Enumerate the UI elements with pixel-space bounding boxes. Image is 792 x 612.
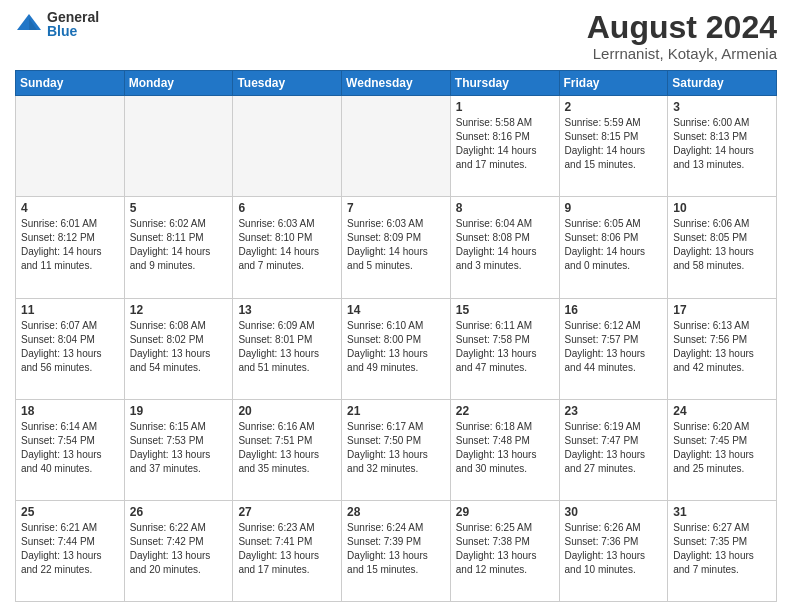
main-title: August 2024 xyxy=(587,10,777,45)
day-number: 8 xyxy=(456,201,554,215)
calendar-cell: 24Sunrise: 6:20 AM Sunset: 7:45 PM Dayli… xyxy=(668,399,777,500)
day-info: Sunrise: 6:20 AM Sunset: 7:45 PM Dayligh… xyxy=(673,420,771,476)
day-number: 10 xyxy=(673,201,771,215)
calendar-cell: 5Sunrise: 6:02 AM Sunset: 8:11 PM Daylig… xyxy=(124,197,233,298)
day-number: 17 xyxy=(673,303,771,317)
calendar-cell: 31Sunrise: 6:27 AM Sunset: 7:35 PM Dayli… xyxy=(668,500,777,601)
day-info: Sunrise: 6:16 AM Sunset: 7:51 PM Dayligh… xyxy=(238,420,336,476)
calendar-cell xyxy=(16,96,125,197)
day-of-week-header: Wednesday xyxy=(342,71,451,96)
day-info: Sunrise: 5:58 AM Sunset: 8:16 PM Dayligh… xyxy=(456,116,554,172)
day-number: 16 xyxy=(565,303,663,317)
logo-general-text: General xyxy=(47,10,99,24)
day-number: 13 xyxy=(238,303,336,317)
day-info: Sunrise: 6:09 AM Sunset: 8:01 PM Dayligh… xyxy=(238,319,336,375)
calendar-cell: 17Sunrise: 6:13 AM Sunset: 7:56 PM Dayli… xyxy=(668,298,777,399)
day-info: Sunrise: 6:21 AM Sunset: 7:44 PM Dayligh… xyxy=(21,521,119,577)
day-of-week-header: Saturday xyxy=(668,71,777,96)
day-number: 24 xyxy=(673,404,771,418)
calendar-cell: 20Sunrise: 6:16 AM Sunset: 7:51 PM Dayli… xyxy=(233,399,342,500)
day-number: 28 xyxy=(347,505,445,519)
day-number: 11 xyxy=(21,303,119,317)
day-info: Sunrise: 6:18 AM Sunset: 7:48 PM Dayligh… xyxy=(456,420,554,476)
day-info: Sunrise: 6:10 AM Sunset: 8:00 PM Dayligh… xyxy=(347,319,445,375)
day-number: 23 xyxy=(565,404,663,418)
calendar-cell: 27Sunrise: 6:23 AM Sunset: 7:41 PM Dayli… xyxy=(233,500,342,601)
subtitle: Lerrnanist, Kotayk, Armenia xyxy=(587,45,777,62)
calendar-cell: 23Sunrise: 6:19 AM Sunset: 7:47 PM Dayli… xyxy=(559,399,668,500)
day-info: Sunrise: 6:02 AM Sunset: 8:11 PM Dayligh… xyxy=(130,217,228,273)
calendar-cell: 6Sunrise: 6:03 AM Sunset: 8:10 PM Daylig… xyxy=(233,197,342,298)
day-info: Sunrise: 6:17 AM Sunset: 7:50 PM Dayligh… xyxy=(347,420,445,476)
calendar-cell: 2Sunrise: 5:59 AM Sunset: 8:15 PM Daylig… xyxy=(559,96,668,197)
calendar-cell: 10Sunrise: 6:06 AM Sunset: 8:05 PM Dayli… xyxy=(668,197,777,298)
page: General Blue August 2024 Lerrnanist, Kot… xyxy=(0,0,792,612)
calendar-cell xyxy=(233,96,342,197)
day-number: 5 xyxy=(130,201,228,215)
day-number: 31 xyxy=(673,505,771,519)
calendar-cell: 22Sunrise: 6:18 AM Sunset: 7:48 PM Dayli… xyxy=(450,399,559,500)
header: General Blue August 2024 Lerrnanist, Kot… xyxy=(15,10,777,62)
calendar-cell: 16Sunrise: 6:12 AM Sunset: 7:57 PM Dayli… xyxy=(559,298,668,399)
calendar-cell: 11Sunrise: 6:07 AM Sunset: 8:04 PM Dayli… xyxy=(16,298,125,399)
calendar-cell: 7Sunrise: 6:03 AM Sunset: 8:09 PM Daylig… xyxy=(342,197,451,298)
calendar-cell: 21Sunrise: 6:17 AM Sunset: 7:50 PM Dayli… xyxy=(342,399,451,500)
day-number: 22 xyxy=(456,404,554,418)
day-number: 30 xyxy=(565,505,663,519)
day-number: 27 xyxy=(238,505,336,519)
day-number: 21 xyxy=(347,404,445,418)
calendar-cell: 29Sunrise: 6:25 AM Sunset: 7:38 PM Dayli… xyxy=(450,500,559,601)
calendar-cell: 9Sunrise: 6:05 AM Sunset: 8:06 PM Daylig… xyxy=(559,197,668,298)
calendar-cell: 14Sunrise: 6:10 AM Sunset: 8:00 PM Dayli… xyxy=(342,298,451,399)
day-info: Sunrise: 6:15 AM Sunset: 7:53 PM Dayligh… xyxy=(130,420,228,476)
calendar-cell xyxy=(342,96,451,197)
day-info: Sunrise: 6:24 AM Sunset: 7:39 PM Dayligh… xyxy=(347,521,445,577)
calendar-header: SundayMondayTuesdayWednesdayThursdayFrid… xyxy=(16,71,777,96)
day-info: Sunrise: 6:03 AM Sunset: 8:09 PM Dayligh… xyxy=(347,217,445,273)
day-info: Sunrise: 6:11 AM Sunset: 7:58 PM Dayligh… xyxy=(456,319,554,375)
day-number: 7 xyxy=(347,201,445,215)
day-of-week-header: Sunday xyxy=(16,71,125,96)
calendar-week-row: 1Sunrise: 5:58 AM Sunset: 8:16 PM Daylig… xyxy=(16,96,777,197)
header-row: SundayMondayTuesdayWednesdayThursdayFrid… xyxy=(16,71,777,96)
day-number: 26 xyxy=(130,505,228,519)
day-info: Sunrise: 6:23 AM Sunset: 7:41 PM Dayligh… xyxy=(238,521,336,577)
day-info: Sunrise: 6:27 AM Sunset: 7:35 PM Dayligh… xyxy=(673,521,771,577)
day-number: 14 xyxy=(347,303,445,317)
calendar-week-row: 4Sunrise: 6:01 AM Sunset: 8:12 PM Daylig… xyxy=(16,197,777,298)
day-number: 12 xyxy=(130,303,228,317)
title-block: August 2024 Lerrnanist, Kotayk, Armenia xyxy=(587,10,777,62)
day-info: Sunrise: 6:14 AM Sunset: 7:54 PM Dayligh… xyxy=(21,420,119,476)
day-info: Sunrise: 6:12 AM Sunset: 7:57 PM Dayligh… xyxy=(565,319,663,375)
logo: General Blue xyxy=(15,10,99,38)
day-number: 4 xyxy=(21,201,119,215)
day-number: 25 xyxy=(21,505,119,519)
calendar-cell: 30Sunrise: 6:26 AM Sunset: 7:36 PM Dayli… xyxy=(559,500,668,601)
day-of-week-header: Friday xyxy=(559,71,668,96)
calendar-week-row: 25Sunrise: 6:21 AM Sunset: 7:44 PM Dayli… xyxy=(16,500,777,601)
day-number: 20 xyxy=(238,404,336,418)
day-info: Sunrise: 6:13 AM Sunset: 7:56 PM Dayligh… xyxy=(673,319,771,375)
calendar-body: 1Sunrise: 5:58 AM Sunset: 8:16 PM Daylig… xyxy=(16,96,777,602)
day-info: Sunrise: 6:22 AM Sunset: 7:42 PM Dayligh… xyxy=(130,521,228,577)
calendar-cell: 25Sunrise: 6:21 AM Sunset: 7:44 PM Dayli… xyxy=(16,500,125,601)
day-info: Sunrise: 6:19 AM Sunset: 7:47 PM Dayligh… xyxy=(565,420,663,476)
calendar-week-row: 11Sunrise: 6:07 AM Sunset: 8:04 PM Dayli… xyxy=(16,298,777,399)
calendar-cell xyxy=(124,96,233,197)
day-number: 2 xyxy=(565,100,663,114)
day-info: Sunrise: 6:08 AM Sunset: 8:02 PM Dayligh… xyxy=(130,319,228,375)
calendar-cell: 18Sunrise: 6:14 AM Sunset: 7:54 PM Dayli… xyxy=(16,399,125,500)
calendar-cell: 3Sunrise: 6:00 AM Sunset: 8:13 PM Daylig… xyxy=(668,96,777,197)
day-of-week-header: Monday xyxy=(124,71,233,96)
day-number: 15 xyxy=(456,303,554,317)
calendar-cell: 28Sunrise: 6:24 AM Sunset: 7:39 PM Dayli… xyxy=(342,500,451,601)
calendar-cell: 12Sunrise: 6:08 AM Sunset: 8:02 PM Dayli… xyxy=(124,298,233,399)
day-info: Sunrise: 5:59 AM Sunset: 8:15 PM Dayligh… xyxy=(565,116,663,172)
day-info: Sunrise: 6:25 AM Sunset: 7:38 PM Dayligh… xyxy=(456,521,554,577)
day-info: Sunrise: 6:01 AM Sunset: 8:12 PM Dayligh… xyxy=(21,217,119,273)
day-info: Sunrise: 6:03 AM Sunset: 8:10 PM Dayligh… xyxy=(238,217,336,273)
day-info: Sunrise: 6:06 AM Sunset: 8:05 PM Dayligh… xyxy=(673,217,771,273)
calendar-week-row: 18Sunrise: 6:14 AM Sunset: 7:54 PM Dayli… xyxy=(16,399,777,500)
day-number: 29 xyxy=(456,505,554,519)
calendar-cell: 19Sunrise: 6:15 AM Sunset: 7:53 PM Dayli… xyxy=(124,399,233,500)
